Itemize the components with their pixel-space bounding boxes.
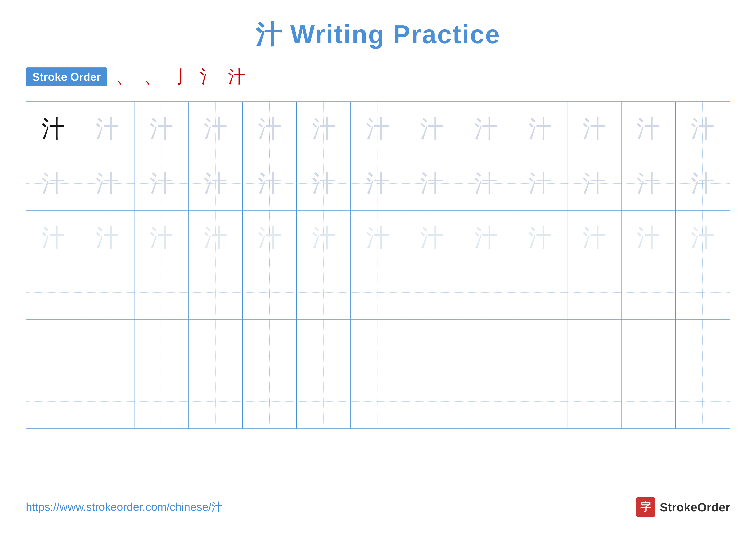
cell-3-7: 汁 xyxy=(351,211,405,265)
cell-6-5[interactable] xyxy=(243,374,297,428)
cell-5-8[interactable] xyxy=(405,320,459,374)
cell-5-3[interactable] xyxy=(134,320,189,374)
cell-4-11[interactable] xyxy=(567,266,622,319)
cell-1-8: 汁 xyxy=(405,102,459,156)
cell-1-2: 汁 xyxy=(80,102,134,156)
cell-1-7: 汁 xyxy=(351,102,405,156)
char-light: 汁 xyxy=(366,113,390,145)
cell-4-3[interactable] xyxy=(134,266,189,319)
cell-4-7[interactable] xyxy=(351,266,405,319)
logo-text: StrokeOrder xyxy=(660,500,730,514)
cell-6-8[interactable] xyxy=(405,374,459,428)
char-light: 汁 xyxy=(312,167,336,199)
cell-6-13[interactable] xyxy=(676,374,730,428)
char-lighter: 汁 xyxy=(366,222,390,254)
char-light: 汁 xyxy=(95,167,119,199)
cell-1-9: 汁 xyxy=(459,102,513,156)
cell-4-9[interactable] xyxy=(459,266,513,319)
cell-5-6[interactable] xyxy=(297,320,351,374)
cell-4-4[interactable] xyxy=(189,266,243,319)
grid-row-2: 汁 汁 汁 汁 汁 汁 汁 汁 汁 汁 汁 汁 汁 xyxy=(26,156,730,211)
char-light: 汁 xyxy=(366,167,390,199)
cell-6-2[interactable] xyxy=(80,374,134,428)
cell-2-11: 汁 xyxy=(567,156,622,211)
cell-5-1[interactable] xyxy=(26,320,80,374)
cell-3-4: 汁 xyxy=(189,211,243,265)
cell-6-10[interactable] xyxy=(513,374,567,428)
cell-3-12: 汁 xyxy=(622,211,676,265)
cell-1-10: 汁 xyxy=(513,102,567,156)
stroke-order-section: Stroke Order 、 、 亅 氵 汁 xyxy=(26,65,730,89)
char-light: 汁 xyxy=(691,113,715,145)
char-lighter: 汁 xyxy=(528,222,552,254)
cell-4-5[interactable] xyxy=(243,266,297,319)
cell-5-12[interactable] xyxy=(622,320,676,374)
cell-3-13: 汁 xyxy=(676,211,730,265)
cell-1-12: 汁 xyxy=(622,102,676,156)
cell-6-11[interactable] xyxy=(567,374,622,428)
cell-2-1: 汁 xyxy=(26,156,80,211)
cell-2-7: 汁 xyxy=(351,156,405,211)
cell-6-6[interactable] xyxy=(297,374,351,428)
char-light: 汁 xyxy=(258,113,282,145)
char-lighter: 汁 xyxy=(258,222,282,254)
cell-6-7[interactable] xyxy=(351,374,405,428)
cell-4-2[interactable] xyxy=(80,266,134,319)
cell-5-7[interactable] xyxy=(351,320,405,374)
title-char: 汁 Writing Practice xyxy=(256,20,500,49)
stroke-step-4: 氵 xyxy=(200,65,217,89)
char-light: 汁 xyxy=(528,167,552,199)
cell-5-4[interactable] xyxy=(189,320,243,374)
cell-1-6: 汁 xyxy=(297,102,351,156)
grid-row-1: 汁 汁 汁 汁 汁 汁 汁 汁 汁 汁 汁 汁 汁 xyxy=(26,102,730,156)
cell-2-6: 汁 xyxy=(297,156,351,211)
cell-4-13[interactable] xyxy=(676,266,730,319)
cell-6-3[interactable] xyxy=(134,374,189,428)
cell-2-13: 汁 xyxy=(676,156,730,211)
cell-5-11[interactable] xyxy=(567,320,622,374)
grid-row-5 xyxy=(26,320,730,374)
cell-5-9[interactable] xyxy=(459,320,513,374)
char-lighter: 汁 xyxy=(149,222,173,254)
cell-1-13: 汁 xyxy=(676,102,730,156)
char-light: 汁 xyxy=(41,167,65,199)
footer-url[interactable]: https://www.strokeorder.com/chinese/汁 xyxy=(26,499,223,515)
cell-3-1: 汁 xyxy=(26,211,80,265)
cell-1-3: 汁 xyxy=(134,102,189,156)
cell-1-5: 汁 xyxy=(243,102,297,156)
cell-6-9[interactable] xyxy=(459,374,513,428)
logo-icon: 字 xyxy=(636,497,655,517)
cell-5-2[interactable] xyxy=(80,320,134,374)
stroke-steps: 、 、 亅 氵 汁 xyxy=(116,65,245,89)
char-lighter: 汁 xyxy=(204,222,228,254)
cell-6-4[interactable] xyxy=(189,374,243,428)
cell-4-6[interactable] xyxy=(297,266,351,319)
cell-2-12: 汁 xyxy=(622,156,676,211)
cell-4-10[interactable] xyxy=(513,266,567,319)
char-light: 汁 xyxy=(636,167,660,199)
cell-3-11: 汁 xyxy=(567,211,622,265)
cell-5-13[interactable] xyxy=(676,320,730,374)
cell-4-1[interactable] xyxy=(26,266,80,319)
cell-3-5: 汁 xyxy=(243,211,297,265)
cell-3-8: 汁 xyxy=(405,211,459,265)
cell-2-5: 汁 xyxy=(243,156,297,211)
char-light: 汁 xyxy=(474,167,498,199)
char-light: 汁 xyxy=(582,167,606,199)
cell-4-12[interactable] xyxy=(622,266,676,319)
grid-row-6 xyxy=(26,374,730,428)
cell-5-10[interactable] xyxy=(513,320,567,374)
cell-1-11: 汁 xyxy=(567,102,622,156)
char-light: 汁 xyxy=(420,113,444,145)
char-light: 汁 xyxy=(258,167,282,199)
cell-3-6: 汁 xyxy=(297,211,351,265)
cell-6-1[interactable] xyxy=(26,374,80,428)
cell-4-8[interactable] xyxy=(405,266,459,319)
char-light: 汁 xyxy=(474,113,498,145)
char-light: 汁 xyxy=(204,167,228,199)
cell-6-12[interactable] xyxy=(622,374,676,428)
cell-5-5[interactable] xyxy=(243,320,297,374)
page: 汁 Writing Practice Stroke Order 、 、 亅 氵 … xyxy=(0,0,756,534)
char-light: 汁 xyxy=(528,113,552,145)
cell-3-3: 汁 xyxy=(134,211,189,265)
